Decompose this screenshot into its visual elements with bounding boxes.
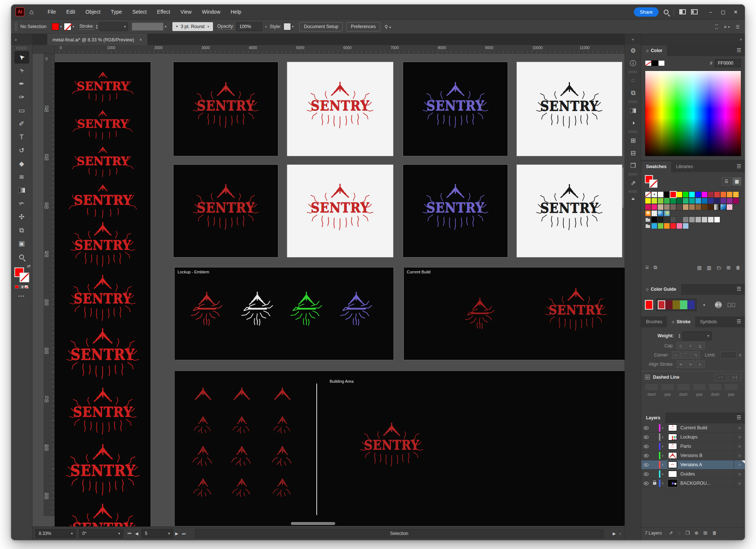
weight-stepper[interactable]: ▲▼ [678, 333, 681, 338]
swatch[interactable] [670, 216, 676, 223]
align-dash-button[interactable]: [=] [729, 374, 741, 381]
swatch[interactable] [726, 191, 733, 198]
opacity-field[interactable]: 100% [236, 22, 262, 31]
style-swatch[interactable] [284, 23, 291, 30]
artboard-number-select[interactable]: 5 ▾ [141, 529, 173, 538]
tab-color[interactable]: ◇ Color [641, 45, 667, 56]
harmony-color[interactable] [665, 300, 673, 309]
variable-width-profile[interactable] [132, 23, 164, 31]
dock-collapse-button[interactable]: « [625, 34, 641, 44]
select-similar-icon[interactable]: ⚲ ▾ [385, 24, 391, 30]
limit-color-group-icon[interactable]: ⊕⃞ [727, 302, 736, 308]
artboard[interactable] [517, 62, 622, 156]
miter-limit-field[interactable] [721, 351, 737, 359]
layer-name[interactable]: Lockups [680, 434, 734, 440]
swatch[interactable] [657, 223, 664, 229]
artboard-lockup-emblem[interactable]: Lockup - Emblem [175, 267, 394, 360]
swatch-options-icon[interactable]: ▥ [707, 265, 711, 270]
first-artboard-icon[interactable]: ⏮ [128, 531, 131, 536]
swatch[interactable] [683, 216, 689, 223]
info-panel-icon[interactable]: ⓘ [625, 57, 641, 69]
layer-row-current-build[interactable]: ›Current Build○ [641, 423, 745, 433]
fill-stroke-control[interactable]: ⇄ [14, 267, 30, 283]
new-layer-icon[interactable]: ⊞ [703, 530, 707, 536]
preferences-button[interactable]: Preferences [346, 22, 380, 31]
swatch[interactable] [676, 198, 683, 204]
new-sublayer-icon[interactable]: ⊕ [694, 530, 698, 536]
selection-tool[interactable]: ➤ [14, 51, 29, 64]
panel-menu-icon[interactable]: ☰ [733, 163, 745, 172]
layer-thumbnail[interactable] [668, 433, 677, 441]
tab-swatches[interactable]: Swatches [641, 161, 671, 172]
swatch[interactable] [670, 223, 676, 229]
swatch-none[interactable] [645, 191, 651, 198]
toolbar-collapse[interactable]: » [11, 34, 32, 45]
menu-file[interactable]: File [43, 7, 61, 16]
rectangle-tool[interactable]: ▭ [14, 104, 29, 117]
target-circle-icon[interactable]: ○ [734, 451, 745, 460]
harmony-rule-dropdown[interactable]: ▾ [700, 303, 709, 307]
app-logo-icon[interactable]: Ai [16, 7, 24, 16]
color-group-folder-icon[interactable] [645, 223, 651, 229]
align-inside-button[interactable]: ⊨ [686, 361, 695, 368]
swap-fill-stroke-icon[interactable]: ⇄ [27, 264, 30, 269]
swatch-gradient[interactable] [714, 204, 720, 210]
type-tool[interactable]: T [14, 131, 29, 143]
pen-tool[interactable]: ✒ [14, 78, 29, 90]
swatch[interactable] [664, 198, 670, 204]
harmony-color[interactable] [658, 300, 665, 309]
swatch[interactable] [701, 198, 708, 204]
swatch[interactable] [683, 198, 689, 204]
swatches-fill-stroke-proxy[interactable] [645, 175, 657, 188]
artboard[interactable] [287, 165, 393, 257]
layer-row-versions-b[interactable]: ›Versions B○ [641, 451, 745, 460]
more-options-arrow[interactable]: › [265, 24, 267, 29]
color-group-folder-icon[interactable] [645, 216, 651, 223]
export-panel-icon[interactable]: ⇗ [625, 177, 641, 189]
swatch[interactable] [676, 223, 683, 229]
previous-artboard-icon[interactable]: ◀ [135, 531, 138, 536]
visibility-eye-icon[interactable] [641, 463, 651, 467]
swatch[interactable] [714, 216, 720, 223]
align-outside-button[interactable]: ⊩ [696, 361, 705, 368]
opacity-label[interactable]: Opacity: [217, 24, 234, 30]
lock-icon[interactable] [651, 481, 658, 486]
swatch[interactable] [651, 198, 657, 204]
round-join-button[interactable]: ⌒ [681, 351, 690, 359]
swatch[interactable] [708, 204, 714, 210]
swatch[interactable] [701, 216, 708, 223]
delete-swatch-icon[interactable]: 🗑 [736, 265, 740, 270]
expand-chevron-icon[interactable]: › [662, 462, 668, 467]
dash-field[interactable]: gap [693, 383, 706, 396]
workspace-switcher-icon[interactable] [691, 9, 698, 14]
blob-brush-tool[interactable]: ✣ [14, 211, 29, 223]
projecting-cap-button[interactable]: ⊑ [696, 342, 705, 349]
target-circle-icon[interactable]: ○ [734, 460, 745, 469]
artboard-current-build[interactable]: Current Build [404, 267, 625, 360]
appearance-panel-icon[interactable]: ◌ [625, 74, 641, 87]
expand-chevron-icon[interactable]: › [662, 453, 668, 458]
layer-thumbnail[interactable] [668, 443, 677, 450]
fill-color-swatch[interactable] [52, 23, 59, 30]
dash-field[interactable]: dash [645, 383, 659, 396]
swatch[interactable] [689, 204, 695, 210]
tab-color-guide[interactable]: ◇Color Guide [641, 284, 681, 295]
make-clipping-mask-icon[interactable]: ❒ [685, 530, 690, 536]
document-setup-button[interactable]: Document Setup [299, 22, 343, 31]
hex-value-field[interactable]: FF0000 [715, 59, 741, 67]
layer-name[interactable]: Guides [680, 471, 734, 477]
new-swatch-icon[interactable]: ⊞ [726, 265, 731, 270]
base-color-swatch[interactable] [645, 300, 653, 310]
swatch-gradient[interactable] [720, 204, 726, 210]
layer-row-lockups[interactable]: ›Lockups○ [641, 433, 745, 442]
layer-name[interactable]: Parts [680, 444, 734, 449]
eyedropper-tool[interactable]: ✃ [14, 197, 29, 210]
pathfinder-panel-icon[interactable]: ❒ [625, 159, 641, 172]
artboard-tool[interactable]: ▣ [14, 237, 29, 250]
layer-thumbnail[interactable] [668, 480, 677, 487]
color-none-chip[interactable] [645, 60, 652, 66]
gradient-panel-icon[interactable] [625, 104, 641, 117]
stroke-color-swatch[interactable] [64, 23, 71, 30]
swatch[interactable] [701, 204, 708, 210]
artboard[interactable] [173, 62, 278, 156]
